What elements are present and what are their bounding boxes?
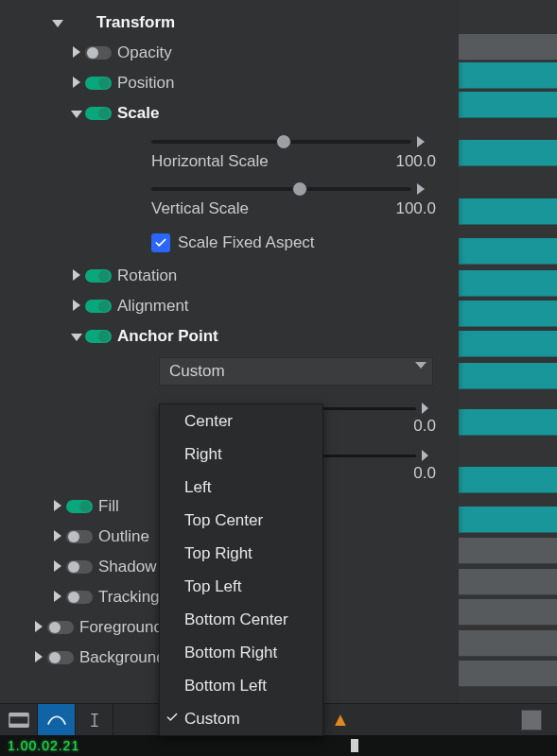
disclosure-right-icon[interactable] xyxy=(32,619,45,636)
disclosure-right-icon[interactable] xyxy=(70,44,83,61)
toggle-anchor[interactable] xyxy=(85,330,112,343)
toggle-tracking[interactable] xyxy=(66,591,93,604)
keyframe-cell-scale[interactable] xyxy=(459,92,557,118)
keyframe-cell-hscale[interactable] xyxy=(459,140,557,166)
dropdown-item-custom[interactable]: Custom xyxy=(160,702,322,735)
keyframe-cell-outline[interactable] xyxy=(459,538,557,564)
stop-button[interactable] xyxy=(521,710,542,730)
keyframe-cell-anchor-x[interactable] xyxy=(459,409,557,436)
disclosure-right-icon[interactable] xyxy=(32,649,45,666)
dropdown-item-top-right[interactable]: Top Right xyxy=(160,537,322,570)
disclosure-down-icon[interactable] xyxy=(51,14,64,31)
keyframe-cell-vscale[interactable] xyxy=(459,198,557,225)
keyframe-cell-rotation[interactable] xyxy=(459,270,557,297)
dropdown-item-right[interactable]: Right xyxy=(160,438,322,471)
svg-rect-2 xyxy=(9,723,27,727)
toggle-background[interactable] xyxy=(47,651,74,664)
dropdown-item-left[interactable]: Left xyxy=(160,471,322,504)
keyframe-cell-anchor[interactable] xyxy=(459,331,557,357)
keyframe-cell-opacity[interactable] xyxy=(459,34,557,60)
dropdown-item-top-left[interactable]: Top Left xyxy=(160,570,322,603)
disclosure-right-icon[interactable] xyxy=(51,558,64,576)
check-icon[interactable] xyxy=(151,233,170,252)
keyframe-cell-foreground[interactable] xyxy=(459,630,557,657)
keyframe-cell-fill[interactable] xyxy=(459,507,557,533)
marker-icon: ▲ xyxy=(331,709,350,730)
toggle-alignment[interactable] xyxy=(85,300,112,313)
value-anchor-y[interactable]: 0.0 xyxy=(413,464,436,483)
tool-clip-view[interactable] xyxy=(0,704,38,736)
toggle-foreground[interactable] xyxy=(47,621,74,634)
dropdown-item-bottom-left[interactable]: Bottom Left xyxy=(160,669,322,702)
disclosure-right-icon[interactable] xyxy=(70,298,83,315)
label-scale-fixed-aspect: Scale Fixed Aspect xyxy=(178,233,315,252)
timecode-value[interactable]: 1.00.02.21 xyxy=(8,738,79,753)
disclosure-right-icon[interactable] xyxy=(70,75,83,92)
disclosure-right-icon[interactable] xyxy=(51,528,64,545)
tool-text-cursor[interactable] xyxy=(76,704,113,736)
disclosure-right-icon[interactable] xyxy=(70,267,83,284)
keyframe-cell-background[interactable] xyxy=(459,661,557,687)
disclosure-down-icon[interactable] xyxy=(70,328,83,345)
keyframe-cell-tracking[interactable] xyxy=(459,599,557,626)
toggle-outline[interactable] xyxy=(66,530,93,543)
tool-curve-view[interactable] xyxy=(38,704,76,736)
disclosure-down-icon[interactable] xyxy=(70,105,83,122)
label-horizontal-scale: Horizontal Scale xyxy=(151,152,269,171)
disclosure-right-icon[interactable] xyxy=(51,498,64,515)
keyframe-cell-anchor-y[interactable] xyxy=(459,467,557,493)
chevron-down-icon xyxy=(415,362,426,369)
value-vertical-scale[interactable]: 100.0 xyxy=(395,199,436,218)
keyframe-cell-fixed[interactable] xyxy=(459,238,557,265)
value-horizontal-scale[interactable]: 100.0 xyxy=(395,152,436,171)
arrow-right-icon xyxy=(417,183,425,195)
keyframe-cell-alignment[interactable] xyxy=(459,301,557,327)
dropdown-item-bottom-right[interactable]: Bottom Right xyxy=(160,636,322,669)
timecode-bar: 1.00.02.21 xyxy=(0,735,557,756)
toggle-fill[interactable] xyxy=(66,500,93,513)
keyframe-cell-position[interactable] xyxy=(459,62,557,89)
arrow-right-icon xyxy=(417,136,425,147)
arrow-right-icon xyxy=(422,450,428,461)
label-vertical-scale: Vertical Scale xyxy=(151,199,249,218)
dropdown-item-center[interactable]: Center xyxy=(160,404,322,438)
toggle-shadow[interactable] xyxy=(66,560,93,574)
check-icon xyxy=(165,710,179,729)
dropdown-item-top-center[interactable]: Top Center xyxy=(160,504,322,537)
toggle-scale[interactable] xyxy=(85,107,112,120)
svg-rect-1 xyxy=(9,713,27,716)
keyframe-cell-shadow[interactable] xyxy=(459,569,557,595)
playhead-indicator[interactable] xyxy=(351,739,358,752)
dropdown-anchor-options[interactable]: Center Right Left Top Center Top Right T… xyxy=(159,404,323,736)
toggle-opacity[interactable] xyxy=(85,46,112,60)
arrow-right-icon xyxy=(422,403,428,414)
select-anchor-value: Custom xyxy=(169,362,225,381)
disclosure-right-icon[interactable] xyxy=(51,589,64,606)
toggle-position[interactable] xyxy=(85,77,112,90)
dropdown-item-bottom-center[interactable]: Bottom Center xyxy=(160,603,322,636)
value-anchor-x[interactable]: 0.0 xyxy=(413,417,436,436)
toggle-rotation[interactable] xyxy=(85,269,112,283)
select-anchor-preset[interactable]: Custom xyxy=(0,357,557,386)
